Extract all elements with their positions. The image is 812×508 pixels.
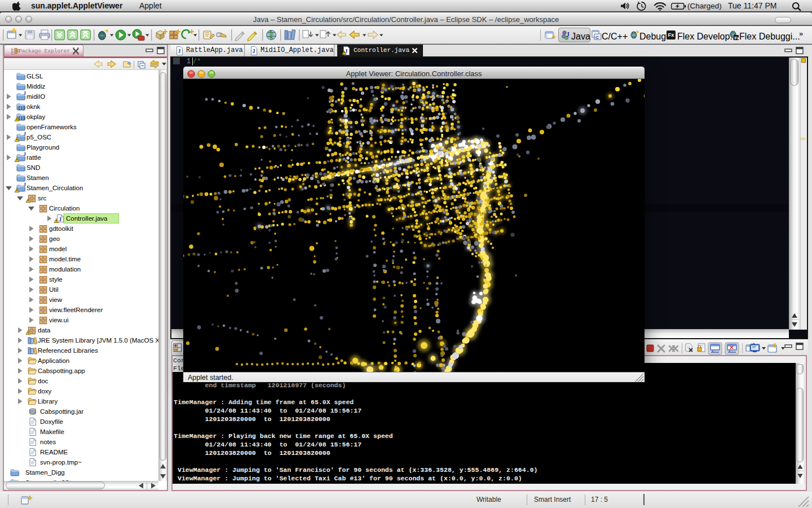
svg-text:view.ui: view.ui	[49, 317, 69, 323]
svg-text:svn-prop.tmp~: svn-prop.tmp~	[40, 459, 82, 466]
svg-text:openFrameworks: openFrameworks	[27, 124, 77, 130]
svg-text:J: J	[178, 48, 181, 54]
svg-text:notes: notes	[40, 439, 56, 445]
svg-text:Cabspotting.app: Cabspotting.app	[38, 367, 85, 374]
svg-text:Referenced Libraries: Referenced Libraries	[38, 347, 98, 354]
svg-text:SND: SND	[27, 164, 40, 171]
svg-text:rattle: rattle	[27, 154, 41, 161]
svg-text:data: data	[38, 327, 51, 334]
svg-text:Makefile: Makefile	[40, 428, 64, 435]
svg-text:doc: doc	[38, 378, 48, 384]
svg-text:view: view	[49, 296, 63, 303]
svg-text:src: src	[38, 195, 47, 202]
svg-text:Middiz: Middiz	[27, 83, 45, 90]
svg-text:Library: Library	[38, 398, 58, 405]
svg-text:{)}: {)}	[18, 116, 25, 120]
svg-text:Application: Application	[38, 357, 69, 364]
svg-text:gdtoolkit: gdtoolkit	[49, 225, 74, 232]
svg-text:C: C	[595, 35, 599, 40]
svg-text:oknk: oknk	[27, 103, 41, 110]
svg-text:midiIO: midiIO	[27, 93, 45, 100]
svg-text:Stamen_Digg: Stamen_Digg	[25, 469, 65, 476]
svg-text:geo: geo	[49, 235, 60, 242]
svg-text:Doxyfile: Doxyfile	[40, 418, 63, 425]
svg-text:{)}: {)}	[18, 106, 25, 110]
svg-text:Playground: Playground	[27, 144, 59, 151]
svg-text:Cabspotting.jar: Cabspotting.jar	[40, 408, 84, 415]
svg-text:modulation: modulation	[49, 266, 81, 273]
svg-text:Fx: Fx	[735, 36, 739, 41]
svg-text:JRE System Library [JVM 1.5.0: JRE System Library [JVM 1.5.0 (MacOS X I	[38, 337, 163, 344]
svg-text:view.fleetRenderer: view.fleetRenderer	[49, 306, 103, 313]
svg-text:GLSL: GLSL	[27, 73, 43, 80]
svg-text:Controller.java: Controller.java	[66, 215, 108, 222]
svg-text:style: style	[49, 276, 63, 283]
svg-text:Stamen_Circulation: Stamen_Circulation	[27, 185, 83, 191]
svg-text:p5_OSC: p5_OSC	[27, 134, 51, 141]
svg-text:model.time: model.time	[49, 256, 81, 262]
svg-text:Circulation: Circulation	[49, 205, 80, 212]
svg-text:okplay: okplay	[27, 113, 45, 120]
svg-text:J: J	[566, 30, 570, 38]
svg-text:J: J	[253, 48, 255, 54]
svg-text:Stamen: Stamen	[27, 174, 49, 181]
svg-text:doxy: doxy	[38, 388, 52, 395]
svg-text:README: README	[40, 449, 68, 456]
svg-text:model: model	[49, 246, 67, 252]
svg-text:Util: Util	[49, 286, 59, 293]
